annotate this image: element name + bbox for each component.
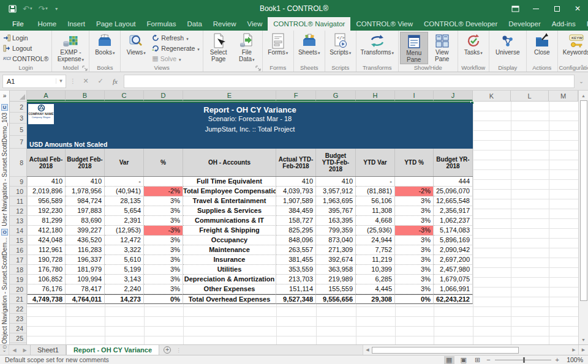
table-header-cell[interactable]: Var — [105, 149, 144, 176]
cell-actual[interactable]: 424,048 — [27, 236, 66, 245]
cell-yr-budget[interactable]: 5,896,169 — [434, 236, 473, 245]
tasks-button[interactable]: Tasks — [459, 32, 488, 57]
row-header[interactable]: 7 — [10, 136, 26, 149]
cell-var[interactable]: 5,199 — [105, 265, 144, 275]
ribbon-tab[interactable]: File — [4, 17, 32, 31]
cell-ytd-actual[interactable]: 1,907,589 — [276, 196, 316, 206]
dialog-launcher-icon[interactable] — [255, 65, 261, 70]
ribbon-tab[interactable]: CONTROL® Navigator — [268, 17, 350, 31]
sheet-tab[interactable]: Sheet1 — [30, 345, 66, 355]
row-header[interactable]: 12 — [10, 206, 26, 216]
file-data-button[interactable]: File Data — [233, 32, 261, 64]
ribbon-tab[interactable]: Review — [208, 17, 242, 31]
cell-account[interactable]: Insurance — [183, 255, 276, 265]
side-panel-tab[interactable]: O Object Navigation - Sunset.ScottDem... — [1, 229, 8, 344]
cell-ytd-var[interactable]: 4,445 — [356, 284, 395, 294]
cell-account[interactable]: Freight & Shipping — [183, 226, 276, 236]
cell-pct[interactable]: 0% — [144, 294, 183, 304]
cell-var[interactable]: 14,273 — [105, 294, 144, 304]
cell-yr-budget[interactable]: 5,174,083 — [434, 226, 473, 236]
views-button[interactable]: Views — [122, 32, 150, 57]
cell-yr-budget[interactable]: 2,356,917 — [434, 206, 473, 216]
cell-var[interactable]: 3,143 — [105, 275, 144, 284]
cell-actual[interactable]: 190,728 — [27, 255, 66, 265]
table-header-cell[interactable]: Budget YR-2018 — [434, 149, 473, 176]
cell-yr-budget[interactable]: 12,665,548 — [434, 196, 473, 206]
control-button[interactable]: KCI CONTROL® — [1, 53, 50, 64]
column-header[interactable]: L — [511, 91, 549, 101]
cell-ytd-var[interactable]: 6,285 — [356, 275, 395, 284]
cell-account[interactable]: Occupancy — [183, 236, 276, 245]
cell-ytd-pct[interactable]: 3% — [395, 236, 434, 245]
cell-ytd-budget[interactable]: 155,559 — [316, 284, 356, 294]
cell-yr-budget[interactable]: 444 — [434, 177, 473, 187]
scrollbar-corner-icon[interactable]: ▶ — [578, 345, 588, 355]
cell-actual[interactable]: 2,019,896 — [27, 187, 66, 196]
row-header[interactable]: 24 — [10, 324, 26, 333]
ribbon-tab[interactable]: Page Layout — [91, 17, 141, 31]
cell-yr-budget[interactable]: 2,697,200 — [434, 255, 473, 265]
regenerate-button[interactable]: Regenerate — [150, 43, 201, 53]
row-header[interactable]: 16 — [10, 245, 26, 255]
row-header[interactable]: 20 — [10, 284, 26, 294]
cell-actual[interactable]: 4,749,738 — [27, 294, 66, 304]
cell-actual[interactable]: 76,176 — [27, 284, 66, 294]
cell-ytd-actual[interactable]: 353,559 — [276, 265, 316, 275]
cell-pct[interactable]: 3% — [144, 216, 183, 226]
cell-ytd-budget[interactable]: 271,309 — [316, 245, 356, 255]
cell-budget[interactable]: 116,283 — [66, 245, 105, 255]
cell-ytd-pct[interactable]: 0% — [395, 294, 434, 304]
ribbon-display-options-icon[interactable] — [505, 0, 526, 17]
row-header[interactable]: 19 — [10, 275, 26, 284]
ribbon-tab[interactable]: View — [242, 17, 268, 31]
menu-pane-button[interactable]: Menu Pane — [400, 32, 428, 64]
row-header[interactable]: 21 — [10, 294, 26, 304]
expand-panel-icon[interactable]: » — [3, 91, 7, 102]
column-header[interactable]: J — [434, 91, 473, 101]
model-button[interactable]: EXMP - Expense — [53, 32, 88, 64]
cell-account[interactable]: Total Overhead Expenses — [183, 294, 276, 304]
cell-ytd-actual[interactable]: 848,096 — [276, 236, 316, 245]
row-header[interactable]: 3 — [10, 113, 26, 124]
cell-ytd-actual[interactable]: 213,703 — [276, 275, 316, 284]
cell-budget[interactable]: 410 — [66, 177, 105, 187]
cell-budget[interactable]: 1,978,956 — [66, 187, 105, 196]
name-box[interactable]: A1 ▼ — [2, 75, 66, 88]
cell-ytd-var[interactable]: 29,308 — [356, 294, 395, 304]
cell-account[interactable]: Supplies & Services — [183, 206, 276, 216]
column-header[interactable]: M — [549, 91, 578, 101]
column-header[interactable]: F — [276, 91, 316, 101]
cell-ytd-pct[interactable]: -3% — [395, 226, 434, 236]
collapse-ribbon-icon[interactable]: ⌃ — [579, 64, 584, 70]
cell-account[interactable]: Total Employee Compensation — [183, 187, 276, 196]
insert-function-icon[interactable]: fx — [109, 78, 121, 85]
cell-ytd-budget[interactable]: 163,395 — [316, 216, 356, 226]
table-header-cell[interactable]: Actual YTD-Feb-2018 — [276, 149, 316, 176]
name-box-dropdown-icon[interactable]: ▼ — [56, 78, 66, 84]
sheet-tab[interactable]: Report - OH CY Variance — [66, 345, 159, 355]
cell-ytd-var[interactable]: 11,308 — [356, 206, 395, 216]
logout-button[interactable]: Logout — [1, 43, 50, 53]
cell-account[interactable]: Other Expenses — [183, 284, 276, 294]
cell-actual[interactable]: 176,780 — [27, 265, 66, 275]
scripts-button[interactable]: </> Scripts — [326, 32, 355, 57]
next-sheet-icon[interactable]: ▶ — [20, 345, 30, 355]
column-header[interactable]: I — [395, 91, 434, 101]
column-header[interactable]: H — [356, 91, 395, 101]
ribbon-tab[interactable]: CONTROL® Developer — [418, 17, 503, 31]
cell-ytd-actual[interactable]: 9,527,348 — [276, 294, 316, 304]
enter-formula-icon[interactable]: ✓ — [94, 77, 107, 85]
cell-ytd-pct[interactable]: -2% — [395, 187, 434, 196]
scroll-down-icon[interactable]: ▼ — [579, 335, 588, 344]
scroll-right-icon[interactable]: ▶ — [570, 347, 578, 352]
table-header-cell[interactable]: Budget Feb-2018 — [66, 149, 105, 176]
column-header[interactable]: B — [66, 91, 105, 101]
cell-yr-budget[interactable]: 1,066,991 — [434, 284, 473, 294]
select-all-corner[interactable] — [10, 91, 27, 101]
cell-ytd-var[interactable]: 4,668 — [356, 216, 395, 226]
cell-ytd-budget[interactable]: 363,958 — [316, 265, 356, 275]
cell-budget[interactable]: 196,337 — [66, 255, 105, 265]
formula-input[interactable] — [124, 75, 575, 88]
cell-pct[interactable]: 3% — [144, 265, 183, 275]
cells-canvas[interactable]: COMPANY NAME Company Slogan Report - OH … — [27, 102, 578, 344]
